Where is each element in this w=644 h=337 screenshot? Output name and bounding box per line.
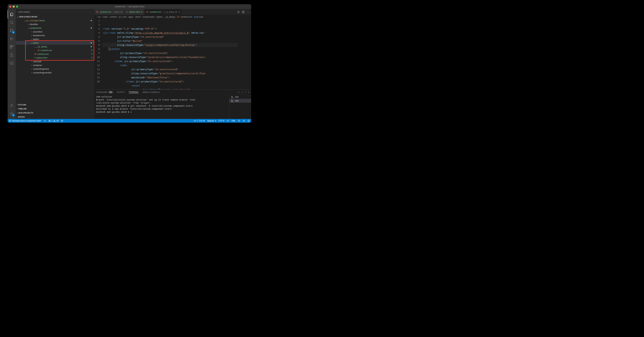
- modified-dot-icon: [91, 28, 92, 28]
- chevron-down-icon: ⌄: [30, 42, 33, 44]
- tree-folder-contentfragmentlist[interactable]: ›contentfragmentlist: [16, 71, 94, 74]
- terminal-item-zsh-1[interactable]: ❯_zsh: [229, 95, 251, 99]
- settings-tab[interactable]: 1: [8, 110, 16, 118]
- status-sync[interactable]: [44, 120, 46, 122]
- explorer-tab[interactable]: [8, 10, 16, 18]
- explorer-header: EXPLORER ···: [16, 9, 94, 15]
- todo-tab[interactable]: [8, 59, 16, 67]
- svg-point-2: [10, 29, 11, 30]
- tree-folder-byline[interactable]: ⌄byline: [16, 41, 94, 45]
- minimize-window-button[interactable]: [13, 6, 15, 8]
- breadcrumb[interactable]: ›src ›main ›content ›jcr_root ›apps ›wkn…: [94, 15, 251, 18]
- bottom-panel: PROBLEMS28 OUTPUT TERMINAL DEBUG CONSOLE…: [94, 89, 251, 119]
- tree-folder-clientlibs[interactable]: ›clientlibs: [16, 22, 94, 26]
- status-live-share[interactable]: [243, 120, 245, 122]
- status-bar: tutorial/custom-component-start* 2 26 Ln…: [8, 119, 251, 123]
- outline-section[interactable]: ›OUTLINE: [16, 103, 94, 107]
- tree-folder-carousel[interactable]: ›carousel: [16, 60, 94, 63]
- close-panel-icon[interactable]: ×: [248, 91, 249, 94]
- svg-point-10: [11, 104, 12, 106]
- accounts-tab[interactable]: [8, 101, 16, 110]
- svg-point-4: [10, 31, 11, 32]
- close-window-button[interactable]: [9, 6, 11, 8]
- untracked-status: U: [91, 53, 92, 55]
- tree-folder-accordion[interactable]: ›accordion: [16, 30, 94, 34]
- maximize-panel-icon[interactable]: ^: [245, 91, 246, 94]
- new-terminal-icon[interactable]: +: [238, 91, 239, 94]
- status-eol[interactable]: LF: [226, 120, 229, 122]
- terminal-output[interactable]: tem-solution Branch 'tutorial/style-syst…: [94, 95, 229, 119]
- close-icon[interactable]: ×: [178, 11, 180, 13]
- run-debug-tab[interactable]: [8, 35, 16, 43]
- modified-dot-icon: [91, 42, 92, 44]
- panel-tab-output[interactable]: OUTPUT: [117, 91, 125, 93]
- svg-point-16: [9, 121, 10, 122]
- code-icon: <>: [126, 11, 128, 13]
- warning-icon: [53, 120, 56, 122]
- panel-tabs: PROBLEMS28 OUTPUT TERMINAL DEBUG CONSOLE…: [94, 90, 251, 95]
- extensions-tab[interactable]: [8, 43, 16, 51]
- svg-line-1: [12, 23, 13, 24]
- tree-folder-button[interactable]: ›button: [16, 37, 94, 41]
- tree-folder-components[interactable]: ⌄components: [16, 26, 94, 30]
- project-header[interactable]: ⌄ AEM-GUIDES-WKND: [16, 15, 94, 18]
- symbol-icon: ◈: [194, 16, 196, 18]
- tab-content-xml-cqdialog[interactable]: ⦿ .content.xml .../_cq_dialog U ×: [144, 9, 182, 15]
- panel-tab-terminal[interactable]: TERMINAL: [129, 91, 139, 94]
- tab-byline-html[interactable]: <> byline.html U: [124, 9, 144, 15]
- tree-file-content-xml-b[interactable]: ⦿.content.xmlU: [16, 52, 94, 56]
- status-problems[interactable]: 2 26: [48, 120, 58, 122]
- status-notifications[interactable]: [248, 120, 250, 122]
- status-ports[interactable]: [61, 120, 63, 122]
- terminal-item-zsh-2[interactable]: ❯_zsh: [229, 99, 251, 103]
- person-icon: [243, 120, 245, 122]
- tab-content-xml-byline[interactable]: ⦿ .content.xml .../byline U: [94, 9, 124, 15]
- status-encoding[interactable]: UTF-8: [218, 120, 224, 122]
- search-tab[interactable]: [8, 18, 16, 26]
- tree-file-content-xml-a[interactable]: ⦿.content.xmlU: [16, 48, 94, 52]
- tree-file-byline-html[interactable]: <>byline.htmlU: [16, 56, 94, 60]
- editor-group: ⦿ .content.xml .../byline U <> byline.ht…: [94, 9, 251, 119]
- svg-point-9: [10, 62, 13, 65]
- code-icon: <>: [34, 56, 37, 59]
- testing-tab[interactable]: [8, 51, 16, 59]
- status-cursor[interactable]: Ln 7, Col 34: [194, 120, 205, 122]
- chevron-down-icon: ⌄: [34, 45, 36, 48]
- svg-rect-7: [10, 47, 12, 48]
- terminal-dropdown-icon[interactable]: ⌄: [241, 91, 243, 94]
- panel-tab-debug[interactable]: DEBUG CONSOLE: [142, 91, 160, 93]
- maven-section[interactable]: ›MAVEN: [16, 115, 94, 119]
- more-icon[interactable]: ···: [89, 11, 92, 13]
- svg-point-22: [243, 120, 244, 121]
- error-icon: [48, 120, 51, 122]
- status-feedback[interactable]: [238, 120, 240, 122]
- rss-icon: ⦿: [37, 49, 40, 52]
- tree-folder-contentfragment[interactable]: ›contentfragment: [16, 67, 94, 71]
- branch-icon: [9, 120, 11, 122]
- chevron-down-icon: ⌄: [24, 19, 26, 22]
- split-editor-icon[interactable]: [242, 11, 244, 13]
- svg-rect-5: [10, 45, 12, 47]
- status-spaces[interactable]: Spaces: 4: [207, 120, 216, 122]
- minimap[interactable]: [238, 18, 251, 89]
- timeline-section[interactable]: ›TIMELINE: [16, 107, 94, 111]
- java-projects-section[interactable]: ›JAVA PROJECTS: [16, 111, 94, 115]
- scm-badge: 4: [12, 31, 15, 34]
- maximize-window-button[interactable]: [16, 6, 18, 8]
- status-language[interactable]: XML: [231, 120, 236, 122]
- tree-folder-cq-dialog[interactable]: ⌄_cq_dialog: [16, 45, 94, 48]
- explorer-title: EXPLORER: [18, 11, 30, 13]
- code-content: <?xml version="1.0" encoding="UTF-8"?> <…: [103, 18, 238, 89]
- code-editor[interactable]: 12345678910111213141516 <?xml version="1…: [94, 18, 251, 89]
- chevron-right-icon: ›: [30, 64, 33, 66]
- status-branch[interactable]: tutorial/custom-component-start*: [9, 120, 41, 122]
- chevron-right-icon: ›: [17, 104, 18, 106]
- more-icon[interactable]: ···: [246, 11, 250, 13]
- panel-tab-problems[interactable]: PROBLEMS28: [96, 91, 113, 94]
- chevron-right-icon: ›: [17, 112, 18, 114]
- tree-folder-path[interactable]: ⌄ jcr_root/apps/wknd: [16, 18, 94, 22]
- tree-folder-breadcrumb[interactable]: ›breadcrumb: [16, 34, 94, 37]
- compare-icon[interactable]: [237, 11, 240, 13]
- source-control-tab[interactable]: 4: [8, 26, 16, 35]
- tree-folder-container[interactable]: ›container: [16, 63, 94, 67]
